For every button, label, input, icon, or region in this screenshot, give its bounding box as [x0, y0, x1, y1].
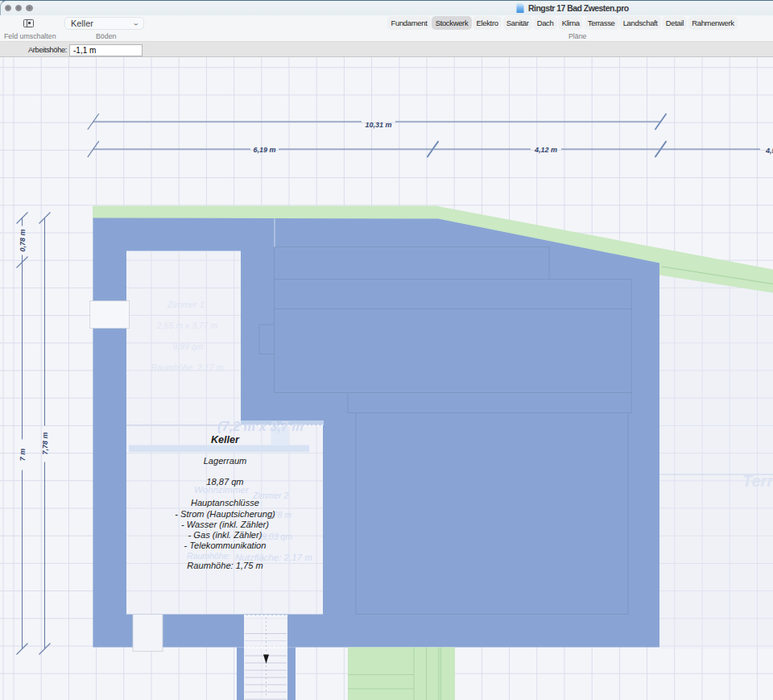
svg-text:7 m: 7 m [19, 448, 27, 461]
svg-text:10,31 m: 10,31 m [365, 121, 391, 129]
svg-text:Raumhöhe:: Raumhöhe: [187, 550, 230, 560]
svg-text:2,65 m x 3,77 m: 2,65 m x 3,77 m [156, 320, 218, 329]
svg-text:- Telekommunikation: - Telekommunikation [184, 540, 267, 549]
svg-text:7,78 m: 7,78 m [41, 432, 49, 454]
svg-text:9,99 qm: 9,99 qm [173, 341, 204, 350]
svg-text:Terrasse: Terrasse [742, 471, 773, 489]
svg-text:(7,2 m x 3,7 m: (7,2 m x 3,7 m [217, 418, 304, 433]
svg-text:Raumhöhe: 1,75 m: Raumhöhe: 1,75 m [187, 560, 262, 570]
svg-text:18,87 qm: 18,87 qm [206, 477, 243, 487]
svg-text:- Strom (Hauptsicherung): - Strom (Hauptsicherung) [175, 508, 275, 518]
svg-text:- Gas (inkl. Zähler): - Gas (inkl. Zähler) [188, 529, 262, 539]
svg-text:0,78 m: 0,78 m [19, 229, 27, 251]
svg-text:4,55 m: 4,55 m [765, 147, 773, 155]
svg-text:6,19 m: 6,19 m [253, 146, 275, 154]
svg-text:- Wasser (inkl. Zähler): - Wasser (inkl. Zähler) [181, 519, 269, 528]
svg-text:9,03 qm: 9,03 qm [262, 531, 292, 541]
svg-text:Keller: Keller [211, 433, 240, 445]
svg-text:Hauptanschlüsse: Hauptanschlüsse [191, 498, 259, 507]
svg-text:Zimmer 1: Zimmer 1 [167, 299, 205, 309]
svg-text:4,12 m: 4,12 m [534, 146, 557, 154]
svg-text:Raumhöhe: 2,17 m: Raumhöhe: 2,17 m [151, 362, 224, 371]
svg-text:Lagerraum: Lagerraum [204, 456, 247, 466]
